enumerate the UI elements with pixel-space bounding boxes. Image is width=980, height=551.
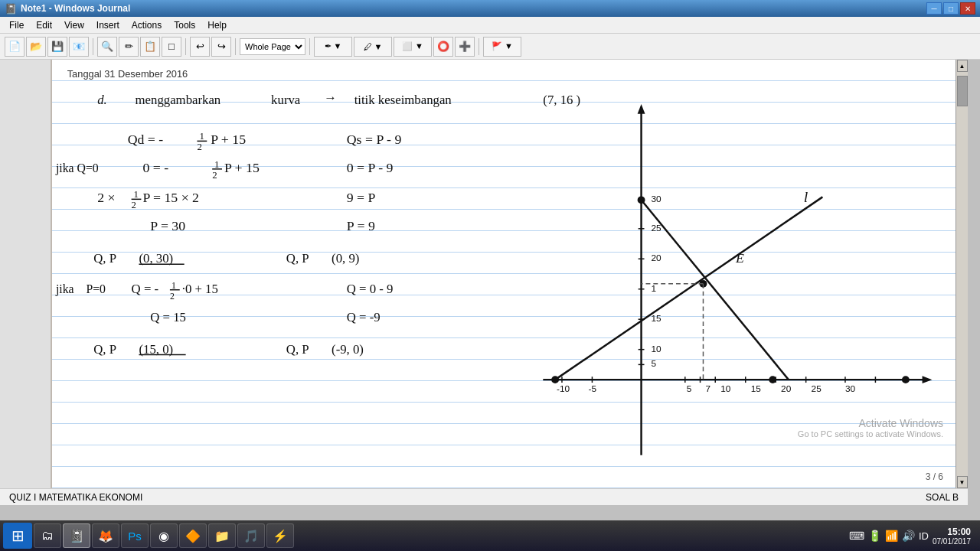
- tray-keyboard-icon: ⌨: [849, 530, 864, 542]
- tray-volume-icon: 🔊: [902, 530, 915, 542]
- scroll-up-arrow[interactable]: ▲: [957, 60, 968, 72]
- title-coords: (7, 16 ): [543, 93, 580, 107]
- menu-actions[interactable]: Actions: [126, 18, 168, 32]
- new-button[interactable]: 📄: [5, 37, 24, 57]
- svg-text:5: 5: [687, 383, 692, 394]
- search-button[interactable]: 🔍: [97, 37, 117, 57]
- scroll-down-arrow[interactable]: ▼: [957, 476, 968, 488]
- title-bar-text: Note1 - Windows Journal: [21, 3, 130, 14]
- eq9: Q = 15: [150, 310, 186, 324]
- highlighter-tool[interactable]: 🖊 ▼: [354, 37, 392, 57]
- toolbar-sep4: [309, 38, 310, 55]
- taskbar-chrome[interactable]: ◉: [150, 523, 178, 548]
- taskbar-explorer[interactable]: 🗂: [34, 523, 61, 548]
- svg-point-51: [551, 376, 559, 383]
- minimize-button[interactable]: ─: [926, 2, 942, 15]
- svg-text:30: 30: [845, 383, 856, 394]
- eq1b: P + 15: [224, 160, 260, 175]
- qd-half-den: 2: [197, 142, 201, 152]
- save-button[interactable]: 💾: [47, 37, 67, 57]
- toolbar-sep2: [185, 38, 186, 55]
- open-button[interactable]: 📂: [26, 37, 46, 57]
- eraser-tool[interactable]: ⬜ ▼: [394, 37, 432, 57]
- svg-text:5: 5: [651, 358, 656, 369]
- convert-button[interactable]: ✏: [119, 37, 139, 57]
- menu-help[interactable]: Help: [201, 18, 233, 32]
- svg-text:20: 20: [651, 253, 662, 263]
- status-bar: QUIZ I MATEMATIKA EKONOMI SOAL B: [0, 488, 968, 505]
- page-indicator: 3 / 6: [926, 471, 943, 482]
- insert-tool[interactable]: ➕: [455, 37, 475, 57]
- svg-text:15: 15: [751, 383, 762, 394]
- taskbar: ⊞ 🗂 📓 🦊 Ps ◉ 🔶 📁 🎵 ⚡ ⌨ 🔋 📶 🔊 ID 15:00 07…: [0, 520, 980, 551]
- view-button[interactable]: □: [162, 37, 181, 57]
- menu-bar: File Edit View Insert Actions Tools Help: [0, 17, 980, 34]
- qd-label: Qd = -: [128, 132, 164, 147]
- eq1-half-num: 1: [214, 159, 219, 170]
- title-bar-icon: 📓: [5, 3, 17, 15]
- taskbar-journal[interactable]: 📓: [63, 523, 90, 548]
- menu-file[interactable]: File: [3, 18, 30, 32]
- taskbar-vlc[interactable]: 🔶: [179, 523, 207, 548]
- svg-text:-5: -5: [589, 383, 597, 394]
- taskbar-app6[interactable]: 🎵: [237, 523, 265, 548]
- svg-text:30: 30: [651, 194, 662, 204]
- taskbar-folder[interactable]: 📁: [208, 523, 236, 548]
- menu-view[interactable]: View: [58, 18, 90, 32]
- eq3-half-num: 1: [134, 189, 139, 200]
- qp3-label: Q, P: [93, 342, 116, 357]
- svg-point-50: [638, 196, 645, 204]
- zoom-select[interactable]: Whole Page 50%75%100%125%: [240, 38, 305, 55]
- taskbar-photoshop[interactable]: Ps: [121, 523, 149, 548]
- qp4-val: (-9, 0): [332, 342, 364, 357]
- qp2-val: (0, 9): [332, 251, 359, 266]
- eq10: Q = -9: [347, 310, 381, 324]
- eq7b: ·0 + 15: [182, 282, 218, 296]
- menu-tools[interactable]: Tools: [168, 18, 201, 32]
- qp4-label: Q, P: [286, 342, 309, 357]
- svg-text:20: 20: [781, 383, 792, 394]
- lasso-tool[interactable]: ⭕: [433, 37, 453, 57]
- eq3b: P = 15 × 2: [142, 190, 199, 205]
- scroll-thumb[interactable]: [957, 76, 968, 106]
- taskbar-firefox[interactable]: 🦊: [92, 523, 119, 548]
- maximize-button[interactable]: □: [943, 2, 959, 15]
- qd-rest: P + 15: [211, 132, 246, 147]
- svg-text:7: 7: [705, 383, 710, 394]
- title-bar-controls: ─ □ ✕: [926, 2, 975, 15]
- footer-left: QUIZ I MATEMATIKA EKONOMI: [9, 492, 142, 503]
- eq7-half-den: 2: [170, 291, 175, 302]
- eq3-half-den: 2: [132, 200, 136, 210]
- system-tray: ⌨ 🔋 📶 🔊 ID 15:00 07/01/2017: [843, 527, 977, 546]
- eq4: 9 = P: [347, 190, 376, 205]
- qp1-val: (0, 30): [139, 251, 173, 266]
- svg-text:10: 10: [651, 344, 662, 354]
- format-button[interactable]: 📋: [140, 37, 160, 57]
- undo-button[interactable]: ↩: [190, 37, 210, 57]
- clock: 15:00 07/01/2017: [933, 527, 971, 546]
- title-d: d.: [97, 93, 107, 107]
- pen-tool[interactable]: ✒ ▼: [314, 37, 352, 57]
- footer-right: SOAL B: [926, 492, 959, 503]
- handwriting-svg: Tanggal 31 Desember 2016 d. menggambarka…: [52, 60, 956, 488]
- qs-label: Qs = P - 9: [347, 132, 402, 147]
- taskbar-app7[interactable]: ⚡: [266, 523, 294, 548]
- email-button[interactable]: 📧: [69, 37, 89, 57]
- clock-date: 07/01/2017: [933, 537, 971, 546]
- redo-button[interactable]: ↪: [211, 37, 231, 57]
- svg-marker-9: [923, 376, 933, 383]
- qp2-label: Q, P: [286, 251, 309, 266]
- menu-edit[interactable]: Edit: [30, 18, 58, 32]
- menu-insert[interactable]: Insert: [90, 18, 126, 32]
- start-button[interactable]: ⊞: [3, 523, 32, 549]
- jika-q0: jika Q=0: [55, 161, 99, 175]
- svg-text:l: l: [804, 188, 808, 205]
- scrollbar-right[interactable]: ▲ ▼: [956, 60, 968, 488]
- eq5: P = 30: [150, 218, 185, 233]
- left-margin: [0, 60, 52, 488]
- svg-text:10: 10: [720, 383, 731, 394]
- flag-tool[interactable]: 🚩 ▼: [483, 37, 521, 57]
- header-text: Tanggal 31 Desember 2016: [67, 68, 188, 80]
- svg-text:15: 15: [651, 313, 662, 324]
- close-button[interactable]: ✕: [960, 2, 975, 15]
